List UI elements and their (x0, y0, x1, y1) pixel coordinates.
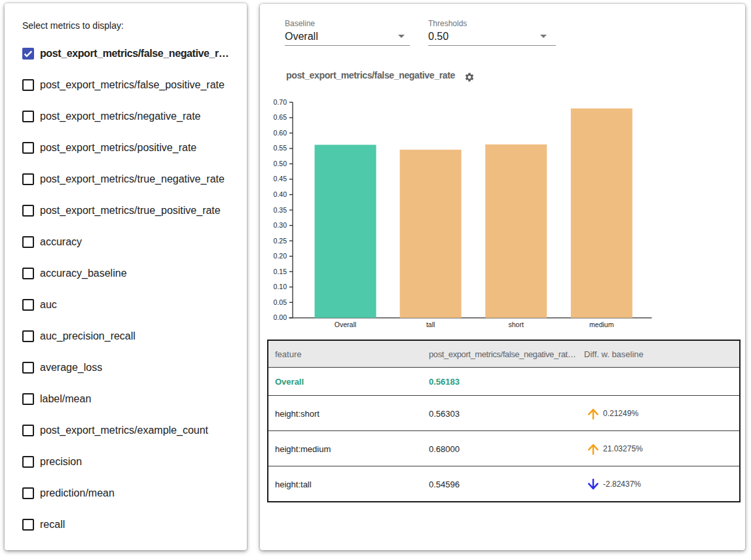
svg-text:0.10: 0.10 (274, 283, 287, 290)
svg-text:0.25: 0.25 (274, 237, 287, 245)
svg-text:0.40: 0.40 (274, 190, 287, 198)
svg-text:0.20: 0.20 (274, 252, 287, 260)
svg-text:0.55: 0.55 (274, 144, 287, 152)
svg-text:medium: medium (589, 321, 614, 328)
svg-text:0.70: 0.70 (274, 98, 287, 106)
svg-text:0.50: 0.50 (274, 160, 287, 167)
svg-text:0.30: 0.30 (274, 221, 287, 229)
svg-text:0.60: 0.60 (274, 129, 287, 137)
svg-text:tall: tall (426, 321, 435, 328)
svg-text:0.15: 0.15 (274, 268, 287, 275)
svg-text:Overall: Overall (335, 321, 356, 328)
svg-text:0.65: 0.65 (274, 113, 287, 121)
svg-text:short: short (509, 321, 524, 328)
svg-text:0.35: 0.35 (274, 206, 287, 214)
svg-text:0.00: 0.00 (274, 313, 287, 321)
svg-text:0.05: 0.05 (274, 298, 287, 306)
svg-text:0.45: 0.45 (274, 175, 287, 183)
